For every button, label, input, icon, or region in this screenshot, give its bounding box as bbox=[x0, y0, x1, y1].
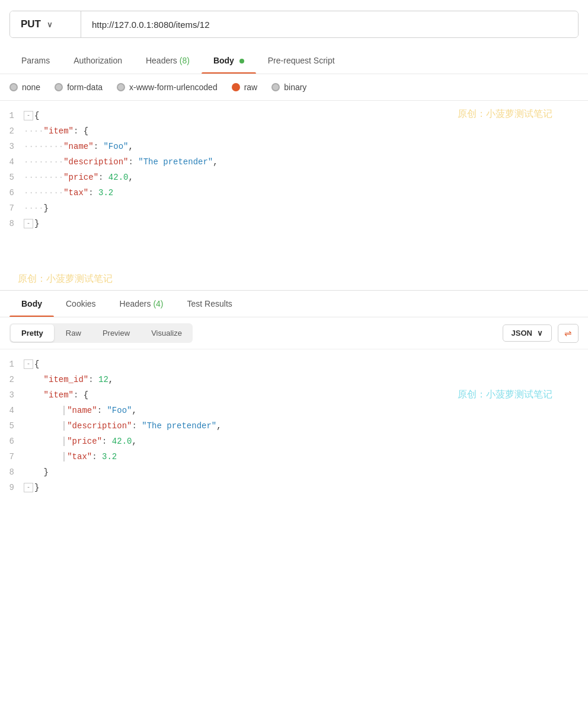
resp-line-3: 3 "item": { bbox=[0, 387, 588, 403]
json-selector[interactable]: JSON ∨ bbox=[503, 324, 552, 342]
response-tab-body[interactable]: Body bbox=[9, 291, 54, 317]
tab-body[interactable]: Body bbox=[202, 47, 256, 74]
json-label: JSON bbox=[512, 329, 532, 338]
format-raw[interactable]: Raw bbox=[55, 323, 92, 343]
radio-urlencoded bbox=[117, 83, 125, 91]
tab-params[interactable]: Params bbox=[9, 47, 62, 74]
code-line-1: 1 -{ bbox=[0, 108, 588, 123]
code-line-3: 3 ········"name": "Foo", bbox=[0, 139, 588, 154]
resp-line-8: 8 } bbox=[0, 464, 588, 480]
fold-icon-8[interactable]: - bbox=[24, 219, 33, 228]
request-tabs: Params Authorization Headers (8) Body Pr… bbox=[0, 47, 588, 74]
radio-none bbox=[9, 83, 18, 91]
watermark-bottom: 原创：小菠萝测试笔记 bbox=[18, 273, 113, 285]
body-type-none[interactable]: none bbox=[9, 82, 40, 92]
radio-form-data bbox=[55, 83, 63, 91]
code-line-7: 7 ····} bbox=[0, 200, 588, 216]
format-bar: Pretty Raw Preview Visualize JSON ∨ ⇌ bbox=[0, 317, 588, 349]
response-code: 1 -{ 2 "item_id": 12, 3 "item": { 4 "nam… bbox=[0, 349, 588, 551]
response-tab-headers[interactable]: Headers (4) bbox=[108, 291, 175, 317]
response-tabs: Body Cookies Headers (4) Test Results bbox=[0, 291, 588, 317]
body-type-urlencoded[interactable]: x-www-form-urlencoded bbox=[117, 82, 218, 92]
body-type-form-data[interactable]: form-data bbox=[55, 82, 103, 92]
format-preview[interactable]: Preview bbox=[92, 323, 140, 343]
url-input[interactable] bbox=[81, 12, 578, 37]
body-type-raw[interactable]: raw bbox=[232, 82, 258, 92]
method-label: PUT bbox=[21, 18, 41, 30]
response-tab-cookies[interactable]: Cookies bbox=[54, 291, 108, 317]
body-type-row: none form-data x-www-form-urlencoded raw… bbox=[0, 74, 588, 101]
label-urlencoded: x-www-form-urlencoded bbox=[129, 82, 218, 92]
wrap-icon: ⇌ bbox=[564, 328, 572, 339]
code-line-2: 2 ····"item": { bbox=[0, 123, 588, 139]
fold-icon-1[interactable]: - bbox=[24, 111, 33, 120]
format-pretty[interactable]: Pretty bbox=[11, 324, 54, 342]
label-form-data: form-data bbox=[67, 82, 103, 92]
resp-line-1: 1 -{ bbox=[0, 356, 588, 372]
resp-line-6: 6 "price": 42.0, bbox=[0, 434, 588, 449]
label-binary: binary bbox=[284, 82, 306, 92]
body-type-binary[interactable]: binary bbox=[271, 82, 306, 92]
resp-fold-9[interactable]: - bbox=[24, 483, 33, 492]
code-line-8: 8 -} bbox=[0, 216, 588, 231]
tab-pre-request[interactable]: Pre-request Script bbox=[256, 47, 347, 74]
method-selector[interactable]: PUT ∨ bbox=[10, 11, 81, 37]
resp-line-4: 4 "name": "Foo", bbox=[0, 403, 588, 418]
tab-authorization[interactable]: Authorization bbox=[62, 47, 134, 74]
label-raw: raw bbox=[244, 82, 258, 92]
resp-fold-1[interactable]: - bbox=[24, 359, 33, 369]
resp-line-9: 9 -} bbox=[0, 480, 588, 495]
resp-line-5: 5 "description": "The pretender", bbox=[0, 418, 588, 434]
code-line-6: 6 ········"tax": 3.2 bbox=[0, 185, 588, 200]
label-none: none bbox=[22, 82, 40, 92]
tab-headers[interactable]: Headers (8) bbox=[134, 47, 202, 74]
radio-raw bbox=[232, 83, 240, 91]
wrap-button[interactable]: ⇌ bbox=[558, 324, 579, 343]
response-headers-badge: (4) bbox=[153, 299, 163, 308]
radio-binary bbox=[271, 83, 280, 91]
format-visualize[interactable]: Visualize bbox=[140, 323, 193, 343]
code-line-4: 4 ········"description": "The pretender"… bbox=[0, 154, 588, 170]
format-buttons: Pretty Raw Preview Visualize bbox=[9, 323, 193, 343]
headers-badge: (8) bbox=[180, 56, 190, 65]
json-chevron: ∨ bbox=[537, 329, 543, 338]
code-line-5: 5 ········"price": 42.0, bbox=[0, 170, 588, 185]
response-tab-test-results[interactable]: Test Results bbox=[175, 291, 244, 317]
url-bar: PUT ∨ bbox=[9, 11, 579, 38]
method-chevron: ∨ bbox=[47, 20, 53, 29]
body-dot bbox=[239, 59, 244, 63]
request-code-editor: 原创：小菠萝测试笔记 1 -{ 2 ····"item": { 3 ······… bbox=[0, 101, 588, 291]
resp-line-7: 7 "tax": 3.2 bbox=[0, 449, 588, 464]
resp-line-2: 2 "item_id": 12, bbox=[0, 372, 588, 387]
